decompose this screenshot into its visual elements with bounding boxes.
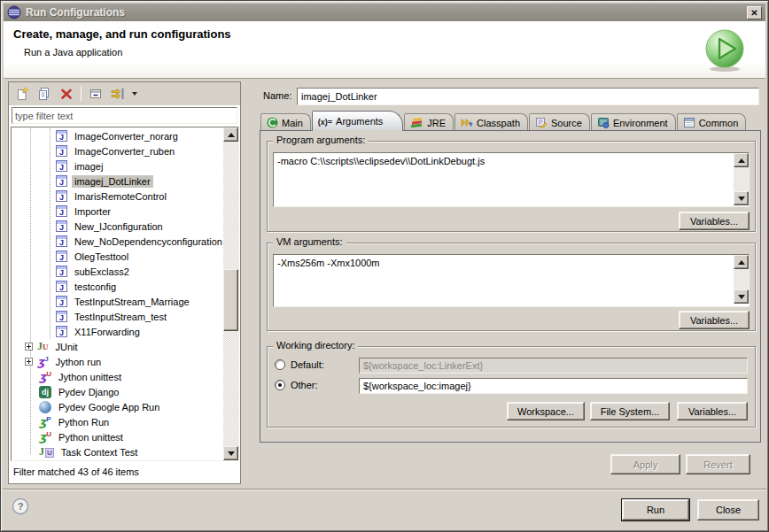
program-variables-button[interactable]: Variables... bbox=[679, 212, 750, 230]
default-radio[interactable] bbox=[275, 359, 285, 370]
tree-item[interactable]: ImageConverter_ruben bbox=[12, 143, 223, 158]
vm-arguments-input[interactable]: -Xms256m -Xmx1000m bbox=[273, 254, 750, 307]
tree-item-jython-unittest[interactable]: Jython unittest bbox=[12, 369, 223, 384]
window-title: Run Configurations bbox=[26, 6, 125, 19]
java-app-icon bbox=[56, 205, 67, 217]
tree-item[interactable]: imagej bbox=[12, 158, 223, 173]
python-unittest-icon bbox=[39, 430, 51, 443]
other-radio[interactable] bbox=[275, 380, 285, 390]
tree-item-pydev-django[interactable]: Pydev Django bbox=[12, 384, 223, 399]
vm-variables-button[interactable]: Variables... bbox=[679, 311, 750, 329]
tree-item[interactable]: subExclass2 bbox=[12, 264, 223, 279]
filter-status: Filter matched 43 of 46 items bbox=[11, 466, 238, 481]
working-directory-group: Working directory: Default: ${workspace_… bbox=[267, 346, 756, 428]
configurations-tree: ImageConverter_norarg ImageConverter_rub… bbox=[11, 127, 239, 461]
junit-icon bbox=[37, 340, 49, 353]
program-arguments-input[interactable]: -macro C:\\scripts\\eclipsedev\\DotLinkD… bbox=[273, 152, 750, 207]
jre-tab-icon bbox=[410, 117, 423, 128]
run-button[interactable]: Run bbox=[622, 499, 689, 520]
help-icon[interactable]: ? bbox=[12, 497, 29, 517]
close-button[interactable]: Close bbox=[697, 499, 759, 520]
tree-item-pydev-google-app[interactable]: Pydev Google App Run bbox=[12, 399, 223, 414]
other-directory-field[interactable]: ${workspace_loc:imagej} bbox=[359, 378, 748, 394]
vm-arguments-scrollbar[interactable] bbox=[734, 255, 749, 304]
tree-item-task-context-test[interactable]: Task Context Test bbox=[12, 444, 223, 459]
run-configurations-dialog: Run Configurations ✕ Create, manage, and… bbox=[0, 0, 769, 532]
scroll-down-icon[interactable] bbox=[734, 289, 749, 304]
scroll-up-icon[interactable] bbox=[734, 153, 749, 167]
java-app-icon bbox=[56, 281, 67, 292]
default-directory-field: ${workspace_loc:LinkerExt} bbox=[359, 358, 748, 374]
tree-item[interactable]: Importer bbox=[12, 204, 223, 219]
delete-configuration-button[interactable] bbox=[57, 84, 76, 104]
scrollbar-thumb[interactable] bbox=[223, 269, 238, 331]
vm-arguments-label: VM arguments: bbox=[273, 236, 346, 247]
classpath-tab-icon bbox=[461, 117, 473, 128]
file-system-button[interactable]: File System... bbox=[590, 402, 670, 420]
collapse-all-button[interactable] bbox=[86, 84, 105, 104]
tree-item-junit[interactable]: JUnit bbox=[12, 339, 223, 354]
scroll-down-icon[interactable] bbox=[223, 446, 238, 460]
delete-configuration-icon bbox=[59, 87, 74, 101]
workspace-button[interactable]: Workspace... bbox=[507, 402, 585, 420]
expand-icon[interactable] bbox=[25, 358, 33, 366]
expand-icon[interactable] bbox=[25, 343, 33, 351]
tree-item[interactable]: TestInputStream_test bbox=[12, 309, 223, 324]
scroll-down-icon[interactable] bbox=[734, 191, 749, 205]
tree-item[interactable]: New_IJconfiguration bbox=[12, 219, 223, 234]
tree-scrollbar[interactable] bbox=[223, 127, 238, 460]
name-label: Name: bbox=[263, 90, 291, 101]
default-label: Default: bbox=[291, 359, 324, 370]
tab-bar: Main Arguments JRE Classpath Source Envi… bbox=[260, 111, 759, 131]
tree-item[interactable]: New_NoDependencyconfiguration bbox=[12, 234, 223, 249]
tab-classpath[interactable]: Classpath bbox=[454, 113, 528, 131]
tree-item-python-run[interactable]: Python Run bbox=[12, 414, 223, 429]
program-arguments-scrollbar[interactable] bbox=[734, 153, 749, 205]
tab-jre[interactable]: JRE bbox=[404, 113, 454, 131]
name-input[interactable] bbox=[297, 88, 759, 105]
filter-input[interactable] bbox=[12, 107, 237, 124]
scroll-up-icon[interactable] bbox=[223, 127, 238, 142]
tree-item[interactable]: OlegTesttool bbox=[12, 249, 223, 264]
scroll-up-icon[interactable] bbox=[734, 255, 749, 269]
tab-environment[interactable]: Environment bbox=[591, 113, 676, 131]
tree-item-python-unittest[interactable]: Python unittest bbox=[12, 429, 223, 444]
footer-separator bbox=[3, 489, 766, 490]
working-directory-label: Working directory: bbox=[273, 340, 358, 351]
tab-source[interactable]: Source bbox=[529, 113, 590, 131]
tree-item[interactable]: TestInputStream_Marriage bbox=[12, 294, 223, 309]
program-arguments-group: Program arguments: -macro C:\\scripts\\e… bbox=[267, 141, 756, 232]
tree-item[interactable]: ImarisRemoteControl bbox=[12, 189, 223, 204]
filter-menu-dropdown-icon[interactable] bbox=[132, 92, 137, 96]
page-title: Create, manage, and run configurations bbox=[13, 27, 231, 41]
java-app-icon bbox=[56, 190, 67, 202]
apply-button[interactable]: Apply bbox=[610, 454, 680, 474]
tree-item[interactable]: ImageConverter_norarg bbox=[12, 128, 223, 143]
tab-main[interactable]: Main bbox=[260, 113, 311, 131]
tree-item[interactable]: testconfig bbox=[12, 279, 223, 294]
title-bar[interactable]: Run Configurations ✕ bbox=[4, 4, 765, 21]
close-window-icon[interactable]: ✕ bbox=[747, 6, 762, 19]
eclipse-logo-icon bbox=[7, 5, 21, 19]
java-app-icon bbox=[56, 251, 67, 262]
arguments-tab-content: Program arguments: -macro C:\\scripts\\e… bbox=[260, 130, 761, 443]
duplicate-configuration-button[interactable] bbox=[35, 84, 54, 104]
tab-common[interactable]: Common bbox=[677, 113, 747, 131]
java-app-icon bbox=[56, 311, 67, 322]
tab-arguments[interactable]: Arguments bbox=[312, 111, 403, 131]
new-configuration-button[interactable] bbox=[12, 84, 32, 104]
filter-configurations-button[interactable] bbox=[108, 84, 128, 104]
configurations-panel: ImageConverter_norarg ImageConverter_rub… bbox=[8, 81, 241, 484]
java-app-icon bbox=[56, 160, 67, 172]
program-arguments-label: Program arguments: bbox=[273, 135, 369, 145]
pydev-django-icon bbox=[39, 386, 51, 398]
working-dir-variables-button[interactable]: Variables... bbox=[677, 402, 748, 420]
filter-icon bbox=[111, 87, 126, 101]
revert-button[interactable]: Revert bbox=[686, 454, 750, 474]
main-tab-icon bbox=[267, 117, 278, 128]
tree-item-jython-run[interactable]: Jython run bbox=[12, 354, 223, 369]
toolbar-separator bbox=[81, 87, 82, 101]
tree-item[interactable]: X11Forwarding bbox=[12, 324, 223, 339]
java-app-icon bbox=[56, 220, 67, 232]
tree-item-selected[interactable]: imagej_DotLinker bbox=[12, 173, 223, 189]
